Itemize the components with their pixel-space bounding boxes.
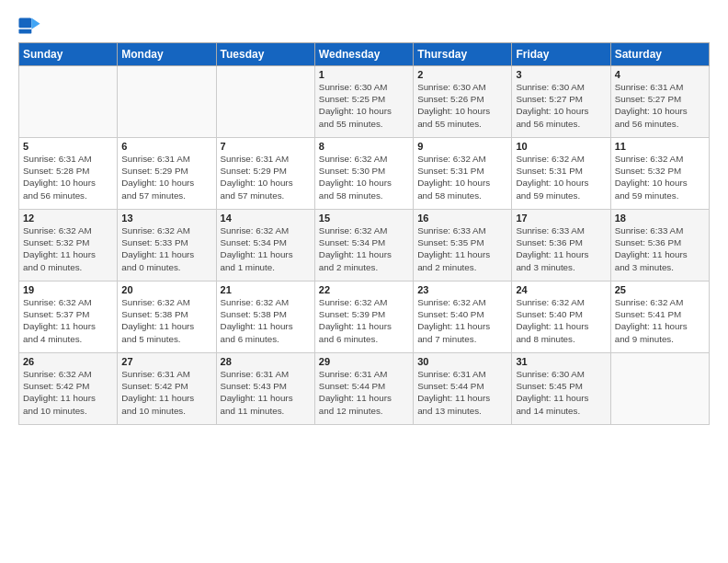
day-detail: Sunrise: 6:33 AMSunset: 5:35 PMDaylight:… — [417, 224, 507, 273]
calendar-cell — [19, 66, 118, 138]
day-detail: Sunrise: 6:32 AMSunset: 5:33 PMDaylight:… — [121, 224, 211, 273]
day-number: 4 — [615, 69, 705, 80]
calendar-cell: 13Sunrise: 6:32 AMSunset: 5:33 PMDayligh… — [118, 210, 216, 282]
day-detail: Sunrise: 6:31 AMSunset: 5:29 PMDaylight:… — [221, 153, 311, 201]
calendar-cell: 21Sunrise: 6:32 AMSunset: 5:38 PMDayligh… — [216, 282, 314, 353]
day-number: 30 — [417, 356, 507, 367]
day-detail: Sunrise: 6:32 AMSunset: 5:34 PMDaylight:… — [319, 224, 409, 273]
day-number: 17 — [516, 213, 606, 224]
calendar-week-4: 26Sunrise: 6:32 AMSunset: 5:42 PMDayligh… — [19, 353, 710, 425]
day-detail: Sunrise: 6:32 AMSunset: 5:40 PMDaylight:… — [417, 296, 507, 345]
calendar-cell: 15Sunrise: 6:32 AMSunset: 5:34 PMDayligh… — [314, 210, 413, 282]
calendar-cell — [216, 66, 314, 138]
calendar-cell: 14Sunrise: 6:32 AMSunset: 5:34 PMDayligh… — [216, 210, 314, 282]
day-number: 31 — [516, 356, 606, 367]
calendar-cell: 29Sunrise: 6:31 AMSunset: 5:44 PMDayligh… — [314, 353, 413, 425]
day-detail: Sunrise: 6:32 AMSunset: 5:37 PMDaylight:… — [23, 296, 113, 345]
logo — [18, 17, 44, 35]
calendar-cell: 31Sunrise: 6:30 AMSunset: 5:45 PMDayligh… — [512, 353, 610, 425]
day-detail: Sunrise: 6:31 AMSunset: 5:29 PMDaylight:… — [121, 153, 211, 201]
calendar-cell: 7Sunrise: 6:31 AMSunset: 5:29 PMDaylight… — [216, 138, 314, 210]
calendar-cell: 18Sunrise: 6:33 AMSunset: 5:36 PMDayligh… — [610, 210, 709, 282]
day-detail: Sunrise: 6:30 AMSunset: 5:27 PMDaylight:… — [516, 81, 606, 130]
calendar-cell: 9Sunrise: 6:32 AMSunset: 5:31 PMDaylight… — [414, 138, 512, 210]
day-number: 14 — [221, 213, 311, 224]
day-detail: Sunrise: 6:32 AMSunset: 5:34 PMDaylight:… — [221, 224, 311, 273]
logo-icon — [18, 17, 40, 35]
day-number: 10 — [516, 141, 606, 152]
calendar-cell: 19Sunrise: 6:32 AMSunset: 5:37 PMDayligh… — [19, 282, 118, 353]
header-thursday: Thursday — [414, 43, 512, 66]
header-friday: Friday — [512, 43, 610, 66]
day-number: 11 — [615, 141, 705, 152]
day-detail: Sunrise: 6:31 AMSunset: 5:44 PMDaylight:… — [417, 368, 507, 417]
svg-marker-1 — [31, 18, 40, 29]
svg-rect-2 — [18, 29, 31, 34]
calendar-cell: 5Sunrise: 6:31 AMSunset: 5:28 PMDaylight… — [19, 138, 118, 210]
day-detail: Sunrise: 6:31 AMSunset: 5:27 PMDaylight:… — [615, 81, 705, 130]
calendar-week-2: 12Sunrise: 6:32 AMSunset: 5:32 PMDayligh… — [19, 210, 710, 282]
day-number: 22 — [319, 284, 409, 295]
calendar-cell: 27Sunrise: 6:31 AMSunset: 5:42 PMDayligh… — [118, 353, 216, 425]
day-detail: Sunrise: 6:32 AMSunset: 5:41 PMDaylight:… — [615, 296, 705, 345]
day-detail: Sunrise: 6:33 AMSunset: 5:36 PMDaylight:… — [615, 224, 705, 273]
day-detail: Sunrise: 6:30 AMSunset: 5:26 PMDaylight:… — [417, 81, 507, 130]
day-number: 2 — [417, 69, 507, 80]
day-detail: Sunrise: 6:31 AMSunset: 5:28 PMDaylight:… — [23, 153, 113, 201]
calendar-cell: 26Sunrise: 6:32 AMSunset: 5:42 PMDayligh… — [19, 353, 118, 425]
day-number: 24 — [516, 284, 606, 295]
day-detail: Sunrise: 6:32 AMSunset: 5:42 PMDaylight:… — [23, 368, 113, 417]
calendar-cell — [610, 353, 709, 425]
day-detail: Sunrise: 6:32 AMSunset: 5:31 PMDaylight:… — [516, 153, 606, 201]
calendar-cell: 4Sunrise: 6:31 AMSunset: 5:27 PMDaylight… — [610, 66, 709, 138]
day-detail: Sunrise: 6:32 AMSunset: 5:31 PMDaylight:… — [417, 153, 507, 201]
header-wednesday: Wednesday — [314, 43, 413, 66]
calendar-cell: 1Sunrise: 6:30 AMSunset: 5:25 PMDaylight… — [314, 66, 413, 138]
calendar-cell: 22Sunrise: 6:32 AMSunset: 5:39 PMDayligh… — [314, 282, 413, 353]
calendar-header-row: SundayMondayTuesdayWednesdayThursdayFrid… — [19, 43, 710, 66]
calendar-cell: 3Sunrise: 6:30 AMSunset: 5:27 PMDaylight… — [512, 66, 610, 138]
calendar-cell: 10Sunrise: 6:32 AMSunset: 5:31 PMDayligh… — [512, 138, 610, 210]
calendar-cell: 12Sunrise: 6:32 AMSunset: 5:32 PMDayligh… — [19, 210, 118, 282]
calendar-week-3: 19Sunrise: 6:32 AMSunset: 5:37 PMDayligh… — [19, 282, 710, 353]
calendar-cell: 8Sunrise: 6:32 AMSunset: 5:30 PMDaylight… — [314, 138, 413, 210]
calendar-cell: 24Sunrise: 6:32 AMSunset: 5:40 PMDayligh… — [512, 282, 610, 353]
day-number: 8 — [319, 141, 409, 152]
day-number: 12 — [23, 213, 113, 224]
day-number: 5 — [23, 141, 113, 152]
day-number: 7 — [221, 141, 311, 152]
day-detail: Sunrise: 6:31 AMSunset: 5:44 PMDaylight:… — [319, 368, 409, 417]
calendar-cell: 6Sunrise: 6:31 AMSunset: 5:29 PMDaylight… — [118, 138, 216, 210]
calendar-cell: 20Sunrise: 6:32 AMSunset: 5:38 PMDayligh… — [118, 282, 216, 353]
day-detail: Sunrise: 6:32 AMSunset: 5:38 PMDaylight:… — [121, 296, 211, 345]
day-number: 6 — [121, 141, 211, 152]
header-saturday: Saturday — [610, 43, 709, 66]
day-number: 19 — [23, 284, 113, 295]
calendar-cell: 28Sunrise: 6:31 AMSunset: 5:43 PMDayligh… — [216, 353, 314, 425]
day-detail: Sunrise: 6:32 AMSunset: 5:39 PMDaylight:… — [319, 296, 409, 345]
day-detail: Sunrise: 6:31 AMSunset: 5:43 PMDaylight:… — [221, 368, 311, 417]
day-number: 23 — [417, 284, 507, 295]
day-number: 28 — [221, 356, 311, 367]
svg-rect-0 — [18, 18, 31, 29]
calendar-cell — [118, 66, 216, 138]
day-number: 27 — [121, 356, 211, 367]
day-number: 15 — [319, 213, 409, 224]
day-detail: Sunrise: 6:32 AMSunset: 5:30 PMDaylight:… — [319, 153, 409, 201]
day-number: 9 — [417, 141, 507, 152]
calendar-cell: 2Sunrise: 6:30 AMSunset: 5:26 PMDaylight… — [414, 66, 512, 138]
day-detail: Sunrise: 6:30 AMSunset: 5:45 PMDaylight:… — [516, 368, 606, 417]
day-number: 20 — [121, 284, 211, 295]
header-sunday: Sunday — [19, 43, 118, 66]
day-detail: Sunrise: 6:32 AMSunset: 5:32 PMDaylight:… — [23, 224, 113, 273]
day-number: 18 — [615, 213, 705, 224]
day-number: 13 — [121, 213, 211, 224]
day-number: 25 — [615, 284, 705, 295]
calendar-cell: 17Sunrise: 6:33 AMSunset: 5:36 PMDayligh… — [512, 210, 610, 282]
calendar-cell: 16Sunrise: 6:33 AMSunset: 5:35 PMDayligh… — [414, 210, 512, 282]
day-detail: Sunrise: 6:32 AMSunset: 5:32 PMDaylight:… — [615, 153, 705, 201]
calendar-table: SundayMondayTuesdayWednesdayThursdayFrid… — [18, 42, 710, 425]
day-number: 3 — [516, 69, 606, 80]
day-number: 16 — [417, 213, 507, 224]
header-monday: Monday — [118, 43, 216, 66]
